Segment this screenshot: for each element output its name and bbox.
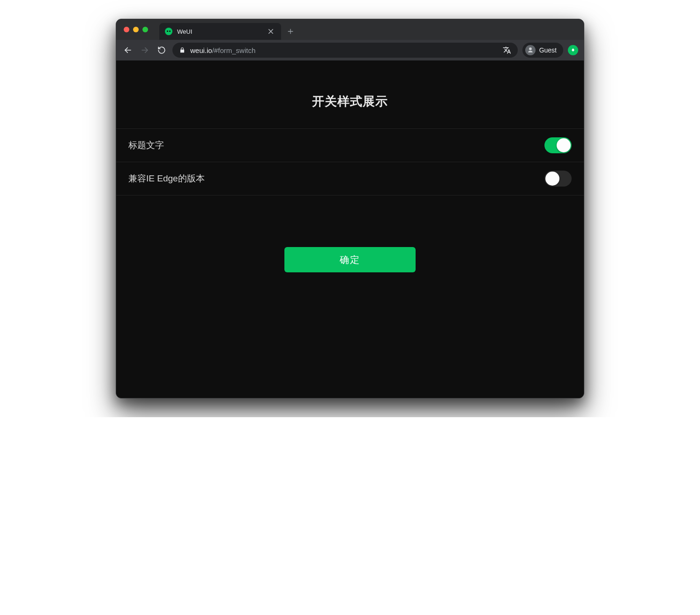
tab-title: WeUI — [177, 28, 262, 35]
switch-knob — [545, 172, 559, 186]
window-controls — [116, 27, 148, 32]
switch-cell: 兼容IE Edge的版本 — [116, 162, 584, 195]
switch-toggle-on[interactable] — [544, 137, 572, 153]
extension-badge[interactable] — [568, 45, 578, 55]
window-maximize-button[interactable] — [142, 27, 148, 32]
switch-toggle-off[interactable] — [544, 171, 572, 187]
switch-knob — [557, 138, 571, 152]
nav-forward-button[interactable] — [139, 44, 151, 56]
browser-window: WeUI weui.io/#form_switch — [116, 19, 584, 398]
lock-icon — [179, 47, 186, 53]
window-minimize-button[interactable] — [133, 27, 139, 32]
url-host: weui.io — [190, 46, 212, 54]
window-close-button[interactable] — [124, 27, 129, 32]
browser-tab[interactable]: WeUI — [159, 23, 281, 40]
tab-close-button[interactable] — [267, 28, 275, 35]
profile-label: Guest — [539, 46, 557, 54]
new-tab-button[interactable] — [284, 25, 297, 38]
address-bar[interactable]: weui.io/#form_switch — [172, 43, 518, 58]
tab-strip: WeUI — [159, 19, 297, 40]
switch-cell: 标题文字 — [116, 129, 584, 162]
page-header: 开关样式展示 — [116, 60, 584, 128]
title-bar: WeUI — [116, 19, 584, 40]
switch-label: 兼容IE Edge的版本 — [128, 172, 205, 185]
wechat-favicon-icon — [165, 28, 172, 35]
page-title: 开关样式展示 — [126, 93, 574, 110]
url-text: weui.io/#form_switch — [190, 46, 255, 54]
confirm-button[interactable]: 确定 — [284, 247, 416, 272]
profile-chip[interactable]: Guest — [522, 43, 563, 58]
switch-cells: 标题文字 兼容IE Edge的版本 — [116, 128, 584, 195]
browser-toolbar: weui.io/#form_switch Guest — [116, 40, 584, 60]
avatar-icon — [525, 45, 536, 55]
nav-reload-button[interactable] — [156, 44, 168, 56]
page-content: 开关样式展示 标题文字 兼容IE Edge的版本 确定 — [116, 60, 584, 398]
translate-icon[interactable] — [503, 46, 511, 54]
button-area: 确定 — [116, 247, 584, 272]
url-path: /#form_switch — [212, 46, 256, 54]
switch-label: 标题文字 — [128, 139, 164, 151]
nav-back-button[interactable] — [122, 44, 134, 56]
